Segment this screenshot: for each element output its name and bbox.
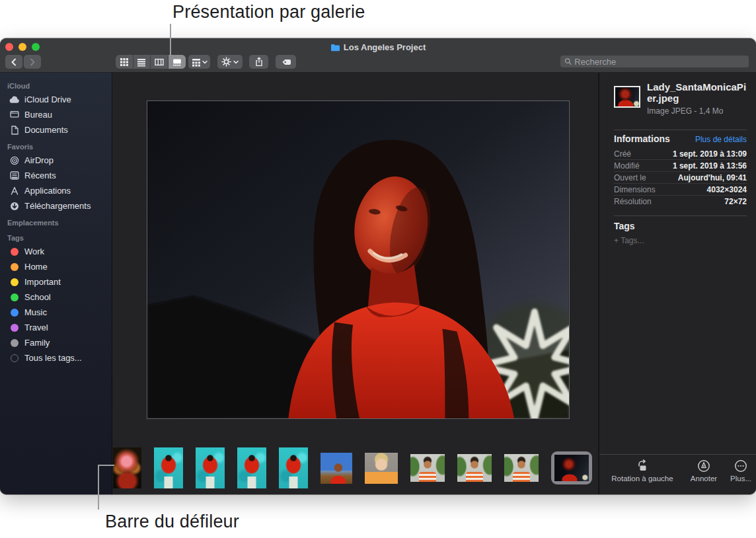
rotate-left-icon (635, 459, 650, 473)
tag-dot-purple (11, 324, 19, 332)
thumbnail-plants-3[interactable] (504, 454, 539, 482)
sidebar-tag-travel[interactable]: Travel (0, 320, 112, 335)
view-icons-button[interactable] (116, 55, 133, 69)
callout-line-bottom-horizontal (98, 465, 114, 466)
info-rows: Créé 1 sept. 2019 à 13:09 Modifié 1 sept… (614, 148, 747, 208)
thumbnail-plants-1[interactable] (410, 454, 445, 482)
sidebar-item-label: School (24, 292, 51, 302)
sidebar-item-airdrop[interactable]: AirDrop (0, 153, 112, 168)
add-tags-field[interactable]: + Tags... (614, 236, 644, 245)
info-value: 1 sept. 2019 à 13:09 (673, 149, 747, 159)
preview-photo-red-lady (147, 101, 569, 418)
info-row-modified: Modifié 1 sept. 2019 à 13:56 (614, 160, 747, 172)
sidebar-item-label: Téléchargements (24, 201, 91, 211)
sidebar-item-documents[interactable]: Documents (0, 122, 112, 137)
airdrop-icon (10, 156, 19, 165)
thumbnail-pool-2[interactable] (196, 447, 225, 488)
sidebar-header-emplacements: Emplacements (0, 213, 112, 229)
back-icon (11, 58, 17, 66)
info-value: Aujourd'hui, 09:41 (678, 173, 747, 182)
thumbnail-plants-2[interactable] (457, 454, 492, 482)
callout-scrubber-label: Barre du défileur (105, 512, 239, 532)
view-list-button[interactable] (133, 55, 151, 69)
sidebar-item-label: Important (24, 277, 61, 287)
preview-pane: Lady_SantaMonicaPier.jpeg Image JPEG - 1… (598, 73, 756, 494)
rotate-left-button[interactable]: Rotation à gauche (603, 459, 681, 482)
sidebar: iCloud iCloud Drive Bureau (0, 73, 112, 494)
group-button[interactable] (188, 55, 210, 69)
finder-window: Los Angeles Project (0, 38, 756, 494)
tags-section-title: Tags (614, 221, 635, 231)
sidebar-item-label: Récents (24, 171, 56, 180)
search-field[interactable] (560, 56, 749, 67)
sidebar-tag-work[interactable]: Work (0, 244, 112, 259)
applications-icon (10, 186, 19, 195)
info-value: 72×72 (724, 197, 747, 206)
gear-icon (221, 57, 231, 67)
action-menu-button[interactable] (217, 55, 243, 69)
sidebar-item-label: Documents (24, 125, 68, 135)
thumbnail-pool-3[interactable] (237, 447, 266, 488)
sidebar-item-telechargements[interactable]: Téléchargements (0, 198, 112, 213)
sidebar-tag-family[interactable]: Family (0, 335, 112, 350)
sidebar-header-icloud: iCloud (0, 77, 112, 92)
callout-line-top (170, 24, 171, 56)
chevron-down-icon (202, 60, 208, 64)
sidebar-item-bureau[interactable]: Bureau (0, 107, 112, 122)
back-button[interactable] (5, 55, 22, 69)
downloads-icon (10, 202, 19, 211)
sidebar-tag-home[interactable]: Home (0, 259, 112, 274)
sidebar-item-label: Travel (24, 323, 48, 332)
share-button[interactable] (249, 55, 268, 69)
more-details-link[interactable]: Plus de détails (695, 135, 747, 144)
window-title-area: Los Angeles Project (0, 42, 756, 52)
thumbnail-portrait-red[interactable] (113, 447, 141, 488)
sidebar-item-label: Tous les tags... (24, 353, 82, 363)
preview-image[interactable] (147, 100, 570, 419)
sidebar-tag-school[interactable]: School (0, 289, 112, 305)
info-row-dimensions: Dimensions 4032×3024 (614, 184, 747, 196)
sidebar-tag-important[interactable]: Important (0, 274, 112, 289)
info-row-resolution: Résolution 72×72 (614, 196, 747, 208)
sidebar-header-tags: Tags (0, 229, 112, 244)
search-input[interactable] (574, 57, 745, 67)
view-gallery-button[interactable] (169, 55, 186, 69)
sidebar-item-applications[interactable]: Applications (0, 183, 112, 198)
thumbnail-pool-1[interactable] (154, 447, 183, 488)
sidebar-header-favoris: Favoris (0, 137, 112, 153)
view-switcher (116, 55, 186, 69)
action-label: Rotation à gauche (611, 475, 673, 482)
info-label: Dimensions (614, 185, 656, 194)
sidebar-tag-music[interactable]: Music (0, 305, 112, 320)
info-label: Modifié (614, 161, 640, 171)
gallery-scrubber[interactable] (113, 446, 598, 490)
icons-view-icon (120, 58, 129, 67)
annotate-button[interactable]: Annoter (684, 459, 724, 482)
thumbnail-blonde-portrait[interactable] (365, 453, 398, 484)
thumbnail-sky-portrait[interactable] (321, 453, 352, 484)
sidebar-item-recents[interactable]: Récents (0, 168, 112, 183)
chevron-down-icon (233, 60, 239, 64)
quick-actions: Rotation à gauche Annoter Plus... (599, 455, 756, 494)
tags-button[interactable] (276, 55, 296, 69)
thumbnail-pool-4[interactable] (279, 447, 308, 488)
sidebar-item-label: Bureau (24, 110, 52, 120)
view-columns-button[interactable] (151, 55, 169, 69)
gallery-view (113, 73, 598, 494)
toolbar: Los Angeles Project (0, 38, 756, 73)
window-title: Los Angeles Project (344, 42, 426, 52)
thumbnail-selected[interactable] (551, 451, 592, 484)
info-label: Ouvert le (614, 173, 646, 182)
info-row-created: Créé 1 sept. 2019 à 13:09 (614, 148, 747, 160)
divider (614, 215, 747, 216)
file-thumbnail[interactable] (614, 86, 640, 108)
divider (614, 130, 747, 130)
recents-icon (10, 171, 19, 180)
sidebar-item-label: Work (24, 247, 44, 256)
sidebar-item-icloud-drive[interactable]: iCloud Drive (0, 92, 112, 107)
forward-icon (29, 58, 36, 66)
sidebar-tag-all-tags[interactable]: Tous les tags... (0, 350, 112, 365)
more-actions-button[interactable]: Plus... (726, 459, 755, 482)
tag-dot-yellow (11, 278, 19, 286)
forward-button[interactable] (24, 55, 41, 69)
